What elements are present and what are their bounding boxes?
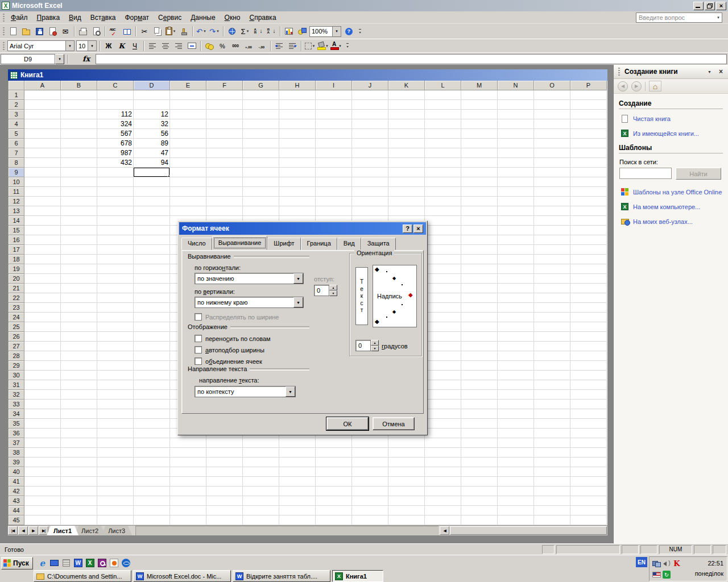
menu-item[interactable]: Справка [245, 12, 280, 23]
vertical-select[interactable]: по нижнему краю ▼ [195, 297, 304, 308]
cell[interactable] [134, 245, 170, 255]
cell[interactable] [570, 390, 607, 400]
cell[interactable] [425, 438, 461, 448]
cell[interactable] [461, 158, 498, 168]
cell[interactable] [425, 448, 461, 458]
cell[interactable] [461, 477, 498, 487]
cell[interactable] [97, 467, 134, 477]
cell[interactable]: 324 [97, 119, 134, 129]
cell[interactable] [425, 264, 461, 274]
cell[interactable] [61, 409, 97, 419]
cell[interactable] [24, 477, 61, 487]
cell[interactable] [134, 303, 170, 313]
cell[interactable] [534, 293, 570, 303]
cell[interactable] [24, 148, 61, 158]
row-header-10[interactable]: 10 [9, 177, 24, 187]
row-header-1[interactable]: 1 [9, 90, 24, 100]
cell[interactable] [243, 477, 279, 487]
chevron-down-icon[interactable]: ▼ [332, 27, 341, 36]
cell[interactable]: 12 [134, 110, 170, 119]
increase-indent-button[interactable] [286, 40, 299, 52]
cell[interactable] [534, 313, 570, 322]
column-header-B[interactable]: B [61, 81, 97, 90]
cell[interactable] [206, 448, 243, 458]
horizontal-scrollbar-track[interactable] [135, 526, 439, 535]
cell[interactable] [498, 255, 534, 264]
cell[interactable] [388, 197, 425, 206]
cell[interactable] [498, 226, 534, 235]
cell[interactable] [425, 284, 461, 293]
cell[interactable] [388, 129, 425, 139]
cell[interactable] [243, 496, 279, 506]
cell[interactable] [61, 90, 97, 100]
cell[interactable] [24, 264, 61, 274]
currency-button[interactable] [203, 40, 216, 52]
close-button[interactable]: × [716, 2, 726, 10]
toolbar-grip[interactable] [3, 42, 5, 50]
cell[interactable] [498, 342, 534, 351]
row-header-18[interactable]: 18 [9, 255, 24, 264]
cell[interactable] [498, 448, 534, 458]
cell[interactable] [170, 487, 206, 496]
row-header-25[interactable]: 25 [9, 322, 24, 332]
cell[interactable] [170, 206, 206, 216]
cell[interactable] [24, 129, 61, 139]
spinner-up-button[interactable]: ▲ [371, 340, 379, 346]
toolbar-grip[interactable] [3, 14, 5, 22]
row-header-23[interactable]: 23 [9, 303, 24, 313]
cell[interactable] [534, 351, 570, 361]
insert-function-button[interactable]: fx [82, 55, 90, 63]
toolbar-options-button[interactable]: ▾ [344, 40, 351, 52]
dialog-close-button[interactable]: × [413, 225, 423, 233]
cell[interactable] [534, 438, 570, 448]
cell[interactable] [498, 313, 534, 322]
cell[interactable] [461, 255, 498, 264]
cell[interactable] [425, 496, 461, 506]
cell[interactable] [243, 467, 279, 477]
cell[interactable] [316, 458, 352, 467]
row-header-14[interactable]: 14 [9, 216, 24, 226]
cell[interactable] [388, 448, 425, 458]
cell[interactable] [24, 313, 61, 322]
cell[interactable] [279, 467, 316, 477]
cell[interactable] [425, 390, 461, 400]
autosum-button[interactable]: Σ▼ [239, 26, 251, 38]
cell[interactable] [97, 293, 134, 303]
cell[interactable] [279, 197, 316, 206]
cell[interactable] [24, 332, 61, 342]
cell[interactable] [61, 380, 97, 390]
cell[interactable] [570, 313, 607, 322]
cell[interactable] [61, 264, 97, 274]
orientation-dial[interactable]: ◆ ◆ ◆ ◆ ◆ Надпись [373, 265, 417, 327]
spinner-down-button[interactable]: ▼ [329, 290, 337, 296]
menu-item[interactable]: Окно [220, 12, 245, 23]
quicklaunch-excel[interactable]: X [85, 558, 95, 568]
column-header-G[interactable]: G [243, 81, 279, 90]
fill-color-button[interactable]: ▼ [317, 40, 329, 52]
cell[interactable] [425, 467, 461, 477]
cell[interactable] [534, 506, 570, 516]
row-header-19[interactable]: 19 [9, 264, 24, 274]
cell[interactable] [316, 139, 352, 148]
font-color-button[interactable]: ▼ [330, 40, 342, 52]
cell[interactable] [498, 216, 534, 226]
cell[interactable] [570, 187, 607, 197]
cell[interactable] [534, 448, 570, 458]
cell[interactable] [97, 380, 134, 390]
row-header-9[interactable]: 9 [9, 168, 24, 177]
quicklaunch-internet-explorer[interactable]: e [38, 558, 47, 568]
cell[interactable] [425, 235, 461, 245]
cell[interactable] [425, 361, 461, 371]
cell[interactable] [243, 158, 279, 168]
quicklaunch-powerpoint[interactable] [109, 558, 119, 568]
text-direction-select[interactable]: по контексту ▼ [195, 386, 296, 397]
cell[interactable] [461, 293, 498, 303]
row-header-8[interactable]: 8 [9, 158, 24, 168]
cell[interactable] [97, 235, 134, 245]
cell[interactable] [134, 477, 170, 487]
search-button[interactable]: Найти [676, 168, 721, 180]
cell[interactable] [570, 148, 607, 158]
indent-spinner[interactable]: 0 ▲▼ [314, 285, 337, 296]
cell[interactable] [425, 90, 461, 100]
search-input[interactable] [619, 168, 672, 179]
